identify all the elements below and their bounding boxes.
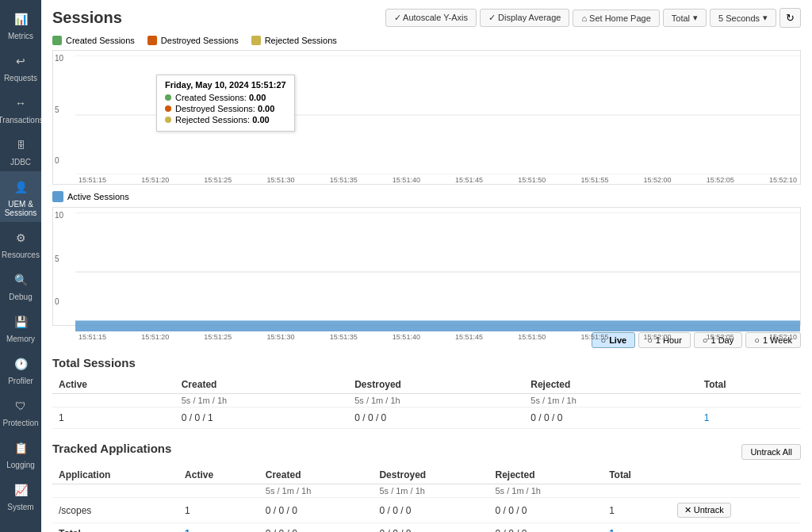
sessions-chart: 10 5 0 Friday, May 10, 2024 15:51:27 Cre…: [52, 50, 801, 185]
total-app-label: Total: [52, 523, 178, 533]
legend-created: Created Sessions: [52, 36, 135, 45]
display-average-button[interactable]: ✓ Display Average: [480, 9, 569, 27]
sidebar-item-protection[interactable]: 🛡 Protection: [0, 390, 41, 432]
logging-icon: 📋: [10, 437, 32, 459]
col-application: Application: [52, 466, 178, 484]
sidebar-item-label: Logging: [6, 461, 35, 469]
rejected-value: 0 / 0 / 0: [524, 408, 698, 429]
sidebar-item-label: Metrics: [8, 32, 33, 40]
sidebar-item-logging[interactable]: 📋 Logging: [0, 432, 41, 474]
col-destroyed: Destroyed: [348, 376, 524, 394]
tooltip-rejected-dot: [165, 117, 171, 123]
sidebar-item-memory[interactable]: 💾 Memory: [0, 306, 41, 348]
autoscale-button[interactable]: ✓ Autoscale Y-Axis: [385, 9, 477, 27]
total-dropdown-button[interactable]: Total ▾: [663, 9, 707, 27]
sidebar-item-requests[interactable]: ↩ Requests: [0, 45, 41, 87]
active-value: 1: [52, 408, 175, 429]
sidebar-item-label: Debug: [9, 293, 32, 301]
created-sessions-color: [52, 36, 62, 45]
total-app-rejected: 0 / 0 / 0: [488, 523, 603, 533]
destroyed-value: 0 / 0 / 0: [348, 408, 524, 429]
legend-active-label: Active Sessions: [67, 192, 129, 201]
app-rejected: 0 / 0 / 0: [488, 498, 603, 523]
legend-created-label: Created Sessions: [66, 36, 135, 45]
rejected-sessions-color: [251, 36, 261, 45]
total-sessions-header-row: Active Created Destroyed Rejected Total: [52, 376, 801, 394]
sidebar-item-label: Requests: [4, 74, 37, 82]
created-value: 0 / 0 / 1: [175, 408, 349, 429]
sidebar-item-label: UEM & Sessions: [3, 200, 38, 217]
app-created: 0 / 0 / 0: [259, 498, 373, 523]
app-name: /scopes: [52, 498, 178, 523]
tooltip-row-destroyed: Destroyed Sessions: 0.00: [165, 104, 286, 113]
total-value: 1: [698, 408, 801, 429]
total-sessions-data-row: 1 0 / 0 / 1 0 / 0 / 0 0 / 0 / 0 1: [52, 408, 801, 429]
app-destroyed: 0 / 0 / 0: [373, 498, 488, 523]
sidebar-item-label: Profiler: [8, 377, 33, 385]
tooltip-rejected-label: Rejected Sessions: 0.00: [175, 115, 270, 124]
col-active: Active: [178, 466, 259, 484]
col-created: Created: [259, 466, 373, 484]
tooltip-title: Friday, May 10, 2024 15:51:27: [165, 80, 286, 90]
col-active: Active: [52, 376, 175, 394]
main-content: Sessions ✓ Autoscale Y-Axis ✓ Display Av…: [41, 0, 812, 532]
sidebar-item-profiler[interactable]: 🕐 Profiler: [0, 348, 41, 390]
tracked-apps-table: Application Active Created Destroyed Rej…: [52, 466, 801, 532]
created-sub-label: 5s / 1m / 1h: [175, 394, 349, 408]
destroyed-sessions-color: [147, 36, 157, 45]
table-row: /scopes 1 0 / 0 / 0 0 / 0 / 0 0 / 0 / 0 …: [52, 498, 801, 523]
sidebar-item-system[interactable]: 📈 System: [0, 474, 41, 516]
sidebar-item-label: Resources: [2, 251, 40, 259]
system-icon: 📈: [10, 479, 32, 501]
profiler-icon: 🕐: [10, 353, 32, 375]
header-controls: ✓ Autoscale Y-Axis ✓ Display Average ⌂ S…: [385, 8, 801, 28]
sidebar-item-jdbc[interactable]: 🗄 JDBC: [0, 129, 41, 171]
refresh-button[interactable]: ↻: [779, 8, 801, 28]
sidebar-item-label: Transactions: [0, 116, 41, 124]
sidebar-item-uem-sessions[interactable]: 👤 UEM & Sessions: [0, 171, 41, 222]
sidebar-item-metrics[interactable]: 📊 Metrics: [0, 3, 41, 45]
col-created: Created: [175, 376, 349, 394]
legend-rejected: Rejected Sessions: [251, 36, 337, 45]
tracked-apps-header-row: Application Active Created Destroyed Rej…: [52, 466, 801, 484]
col-destroyed: Destroyed: [373, 466, 488, 484]
ta-rejected-sub: 5s / 1m / 1h: [488, 484, 603, 498]
tracked-apps-header: Tracked Applications Untrack All: [52, 442, 801, 461]
sidebar-item-label: System: [7, 503, 33, 511]
metrics-icon: 📊: [10, 8, 32, 30]
col-total: Total: [698, 376, 801, 394]
active-sessions-chart: 10 5 0 15:51:15 15:51:20 15:51:25 15:51:…: [52, 207, 801, 326]
tooltip-row-rejected: Rejected Sessions: 0.00: [165, 115, 286, 124]
tracked-apps-title: Tracked Applications: [52, 442, 171, 455]
sidebar-item-transactions[interactable]: ↔ Transactions: [0, 87, 41, 129]
col-rejected: Rejected: [488, 466, 603, 484]
untrack-button[interactable]: ✕ Untrack: [677, 503, 731, 518]
destroyed-sub-label: 5s / 1m / 1h: [348, 394, 524, 408]
tooltip-created-label: Created Sessions: 0.00: [175, 93, 266, 102]
transactions-icon: ↔: [10, 92, 32, 114]
chart2-svg: [75, 212, 800, 331]
app-total: 1: [603, 498, 671, 523]
total-app-total: 1: [603, 523, 671, 533]
resources-icon: ⚙: [10, 227, 32, 249]
seconds-dropdown-button[interactable]: 5 Seconds ▾: [710, 9, 776, 27]
chart2-x-labels: 15:51:15 15:51:20 15:51:25 15:51:30 15:5…: [75, 331, 800, 341]
set-home-page-button[interactable]: ⌂ Set Home Page: [573, 10, 659, 27]
tooltip-destroyed-dot: [165, 105, 171, 112]
tooltip-row-created: Created Sessions: 0.00: [165, 93, 286, 102]
total-sessions-table: Active Created Destroyed Rejected Total …: [52, 376, 801, 429]
col-total: Total: [603, 466, 671, 484]
sidebar-item-resources[interactable]: ⚙ Resources: [0, 222, 41, 264]
debug-icon: 🔍: [10, 269, 32, 291]
chart1-x-labels: 15:51:15 15:51:20 15:51:25 15:51:30 15:5…: [75, 174, 800, 184]
tooltip-destroyed-label: Destroyed Sessions: 0.00: [175, 104, 274, 113]
rejected-sub-label: 5s / 1m / 1h: [524, 394, 698, 408]
legend-rejected-label: Rejected Sessions: [265, 36, 337, 45]
legend-destroyed-label: Destroyed Sessions: [161, 36, 239, 45]
uem-icon: 👤: [10, 176, 32, 198]
total-sessions-sub-header: 5s / 1m / 1h 5s / 1m / 1h 5s / 1m / 1h: [52, 394, 801, 408]
page-header: Sessions ✓ Autoscale Y-Axis ✓ Display Av…: [52, 8, 801, 28]
sidebar-item-debug[interactable]: 🔍 Debug: [0, 264, 41, 306]
memory-icon: 💾: [10, 311, 32, 333]
untrack-all-button[interactable]: Untrack All: [741, 444, 801, 460]
